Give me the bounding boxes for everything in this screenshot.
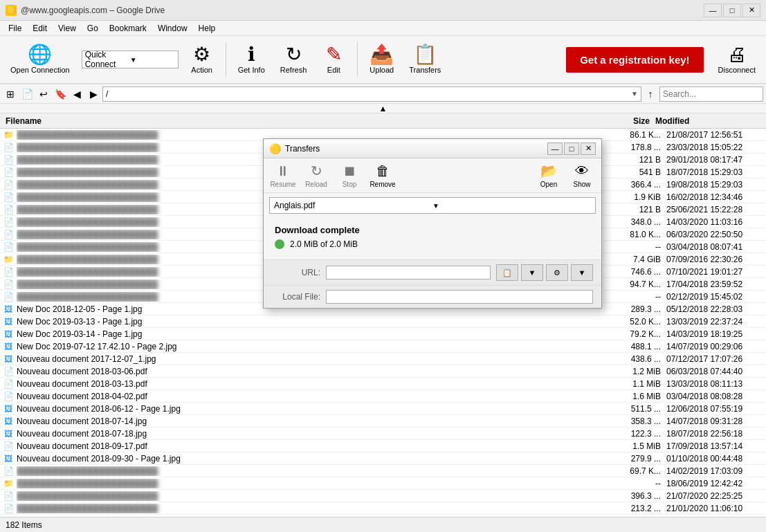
nav-bar: ⊞ 📄 ↩ 🔖 ◀ ▶ / ▼ ↑ — [0, 84, 766, 104]
file-size: -- — [604, 479, 666, 488]
upload-button[interactable]: 📤 Upload — [363, 39, 400, 80]
file-modified: 18/06/2019 12:42:42 — [666, 479, 763, 488]
collapse-row[interactable]: ▲ — [0, 104, 766, 113]
generic-icon: 📄 — [3, 266, 14, 277]
edit-icon: ✎ — [326, 45, 342, 64]
generic-icon: 📄 — [3, 154, 14, 165]
nav-next-button[interactable]: ▶ — [86, 86, 101, 102]
file-modified: 14/02/2019 17:03:09 — [666, 466, 763, 476]
menu-bookmark[interactable]: Bookmark — [104, 22, 152, 35]
menu-edit[interactable]: Edit — [27, 22, 53, 35]
menu-go[interactable]: Go — [82, 22, 104, 35]
file-name: Nouveau document 2018-06-12 - Page 1.jpg — [17, 404, 604, 414]
nav-prev-button[interactable]: ◀ — [69, 86, 84, 102]
search-input[interactable] — [659, 86, 763, 102]
table-row[interactable]: 🖼 New Doc 2019-07-12 17.42.10 - Page 2.j… — [0, 340, 766, 353]
quick-connect-dropdown[interactable]: Quick Connect ▼ — [82, 51, 179, 68]
path-dropdown-icon[interactable]: ▼ — [631, 90, 638, 98]
table-row[interactable]: 🖼 Nouveau document 2018-07-14.jpg 358.3 … — [0, 415, 766, 428]
toolbar-separator-1 — [226, 42, 226, 77]
edit-button[interactable]: ✎ Edit — [316, 39, 352, 80]
menu-help[interactable]: Help — [193, 22, 221, 35]
reload-label: Reload — [305, 181, 327, 188]
nav-back-button[interactable]: ↩ — [36, 86, 51, 102]
close-button[interactable]: ✕ — [742, 3, 760, 17]
progress-text: 2.0 MiB of 2.0 MiB — [290, 239, 358, 249]
disconnect-button[interactable]: 🖨 Disconnect — [712, 39, 762, 80]
local-file-row: Local File: — [264, 285, 601, 308]
table-row[interactable]: 🖼 New Doc 2019-03-13 - Page 1.jpg 52.0 K… — [0, 315, 766, 328]
table-row[interactable]: 📄 ████████████████████████ 69.7 K... 14/… — [0, 465, 766, 477]
table-row[interactable]: 🖼 New Doc 2019-03-14 - Page 1.jpg 79.2 K… — [0, 328, 766, 340]
dialog-maximize-button[interactable]: □ — [564, 143, 579, 155]
table-row[interactable]: 📄 Nouveau document 2018-03-06.pdf 1.2 Mi… — [0, 365, 766, 378]
get-info-button[interactable]: ℹ Get Info — [232, 39, 271, 80]
table-row[interactable]: 📄 Nouveau document 2018-04-02.pdf 1.6 Mi… — [0, 390, 766, 403]
url-settings-button[interactable]: ▼ — [521, 264, 543, 281]
url-input[interactable] — [326, 266, 491, 279]
quick-connect-arrow-icon: ▼ — [130, 56, 175, 64]
file-modified: 21/01/2020 11:06:10 — [666, 504, 763, 513]
reload-button[interactable]: ↻ Reload — [302, 163, 330, 188]
generic-icon: 📄 — [3, 192, 14, 203]
table-row[interactable]: 📄 ████████████████████████ 396.3 ... 21/… — [0, 490, 766, 502]
file-size: 69.7 K... — [604, 466, 666, 476]
transfer-content: Download complete 2.0 MiB of 2.0 MiB — [264, 218, 601, 259]
refresh-button[interactable]: ↻ Refresh — [274, 39, 313, 80]
dialog-minimize-button[interactable]: — — [547, 143, 563, 155]
refresh-icon: ↻ — [286, 45, 302, 64]
menu-view[interactable]: View — [53, 22, 82, 35]
table-row[interactable]: 📄 ████████████████████████ 213.2 ... 21/… — [0, 502, 766, 515]
table-row[interactable]: 📄 Nouveau document 2018-03-13.pdf 1.1 Mi… — [0, 378, 766, 390]
pdf-icon: 📄 — [3, 366, 14, 377]
table-row[interactable]: 📁 ████████████████████████ -- 18/06/2019… — [0, 477, 766, 490]
table-row[interactable]: 🖼 Nouveau document 2018-09-30 - Page 1.j… — [0, 452, 766, 465]
transfer-file-name: Anglais.pdf — [274, 201, 432, 210]
open-button[interactable]: 📂 Open — [535, 163, 563, 188]
show-label: Show — [573, 181, 590, 188]
action-button[interactable]: ⚙ Action — [184, 39, 220, 80]
open-label: Open — [540, 181, 557, 188]
generic-icon: 📄 — [3, 229, 14, 240]
maximize-button[interactable]: □ — [723, 3, 741, 17]
url-buttons: 📋 ▼ ⚙ ▼ — [496, 264, 593, 281]
show-button[interactable]: 👁 Show — [568, 163, 596, 188]
file-size: 396.3 ... — [604, 491, 666, 501]
url-extra-button[interactable]: ▼ — [571, 264, 593, 281]
resume-button[interactable]: ⏸ Resume — [269, 163, 297, 188]
table-row[interactable]: 🖼 Nouveau document 2018-07-18.jpg 122.3 … — [0, 428, 766, 440]
dialog-close-button[interactable]: ✕ — [581, 143, 596, 155]
file-name: Nouveau document 2017-12-07_1.jpg — [17, 354, 604, 364]
transfer-file-dropdown[interactable]: Anglais.pdf ▼ — [269, 197, 596, 214]
generic-icon: 📄 — [3, 179, 14, 190]
dialog-title-bar: 🟡 Transfers — □ ✕ — [264, 139, 601, 158]
minimize-button[interactable]: — — [704, 3, 722, 17]
stop-button[interactable]: ⏹ Stop — [336, 163, 363, 188]
nav-icon-3[interactable]: 🔖 — [53, 86, 68, 102]
registration-key-button[interactable]: Get a registration key! — [566, 47, 703, 73]
file-size: 1.1 MiB — [604, 379, 666, 389]
file-size: 86.1 K... — [604, 130, 666, 140]
toolbar: 🌐 Open Connection Quick Connect ▼ ⚙ Acti… — [0, 36, 766, 84]
local-file-input[interactable] — [326, 290, 593, 304]
open-connection-button[interactable]: 🌐 Open Connection — [4, 39, 76, 80]
remove-icon: 🗑 — [376, 163, 390, 179]
table-row[interactable]: 📄 Nouveau document 2018-09-17.pdf 1.5 Mi… — [0, 440, 766, 452]
menu-file[interactable]: File — [3, 22, 27, 35]
nav-refresh-button[interactable]: ↑ — [643, 86, 658, 102]
table-row[interactable]: 🖼 Nouveau document 2018-06-12 - Page 1.j… — [0, 403, 766, 415]
url-copy-button[interactable]: 📋 — [496, 264, 518, 281]
file-size: 1.5 MiB — [604, 441, 666, 451]
table-row[interactable]: 🖼 Nouveau document 2017-12-07_1.jpg 438.… — [0, 353, 766, 365]
menu-window[interactable]: Window — [152, 22, 193, 35]
file-name: Nouveau document 2018-04-02.pdf — [17, 392, 604, 401]
nav-icon-2[interactable]: 📄 — [19, 86, 35, 102]
url-action-button[interactable]: ⚙ — [546, 264, 568, 281]
transfers-button[interactable]: 📋 Transfers — [403, 39, 447, 80]
nav-icon-1[interactable]: ⊞ — [3, 86, 18, 102]
file-modified: 29/01/2018 08:17:47 — [666, 155, 763, 165]
file-modified: 21/08/2017 12:56:51 — [666, 130, 763, 140]
remove-button[interactable]: 🗑 Remove — [369, 163, 396, 188]
transfers-icon: 📋 — [413, 45, 437, 64]
jpg-icon: 🖼 — [3, 453, 14, 464]
